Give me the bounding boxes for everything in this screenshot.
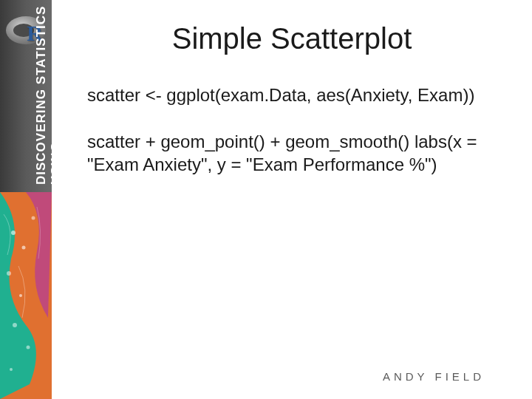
decorative-art-icon bbox=[0, 192, 52, 399]
sidebar-art bbox=[0, 192, 52, 399]
slide-title: Simple Scatterplot bbox=[52, 22, 532, 55]
footer-author: ANDY FIELD bbox=[383, 370, 485, 383]
sidebar: R DISCOVERING STATISTICS USING bbox=[0, 0, 52, 399]
code-paragraph-1: scatter <- ggplot(exam.Data, aes(Anxiety… bbox=[52, 83, 532, 106]
svg-point-4 bbox=[19, 294, 22, 297]
content-area: Simple Scatterplot scatter <- ggplot(exa… bbox=[52, 0, 532, 399]
svg-point-7 bbox=[27, 346, 30, 349]
svg-point-1 bbox=[11, 231, 16, 235]
svg-point-8 bbox=[10, 368, 13, 371]
code-paragraph-2: scatter + geom_point() + geom_smooth() l… bbox=[52, 130, 532, 176]
sidebar-top-panel: R DISCOVERING STATISTICS USING bbox=[0, 0, 52, 192]
sidebar-text-line1: DISCOVERING STATISTICS bbox=[34, 6, 49, 185]
svg-point-3 bbox=[7, 271, 11, 276]
svg-point-6 bbox=[13, 323, 17, 327]
svg-point-5 bbox=[32, 216, 35, 220]
svg-point-2 bbox=[22, 246, 26, 250]
